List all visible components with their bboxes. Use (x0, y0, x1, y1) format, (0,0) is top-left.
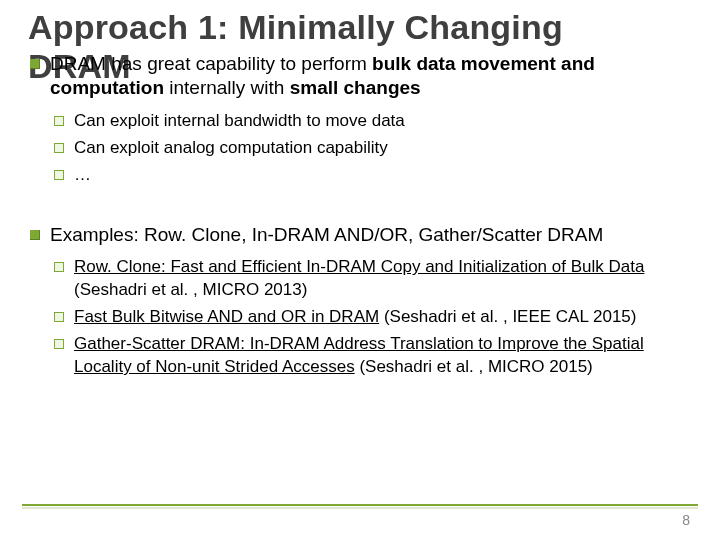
sub-2-2: Fast Bulk Bitwise AND and OR in DRAM (Se… (50, 306, 692, 329)
bullet-1-subs: Can exploit internal bandwidth to move d… (50, 110, 692, 187)
slide-body: DRAM has great capability to perform bul… (28, 52, 692, 379)
spacer (28, 199, 692, 223)
sub-2-2-tail: (Seshadri et al. , IEEE CAL 2015) (379, 307, 636, 326)
bullet-1-text-a: DRAM has great capability to perform (50, 53, 372, 74)
bullet-1-bold-2: small changes (290, 77, 421, 98)
sub-2-1-underline: Row. Clone: Fast and Efficient In-DRAM C… (74, 257, 644, 276)
sub-1-3: … (50, 164, 692, 187)
sub-1-2: Can exploit analog computation capabilit… (50, 137, 692, 160)
sub-2-3: Gather-Scatter DRAM: In-DRAM Address Tra… (50, 333, 692, 379)
page-number: 8 (682, 512, 690, 528)
sub-2-1-tail: (Seshadri et al. , MICRO 2013) (74, 280, 307, 299)
bullet-2: Examples: Row. Clone, In-DRAM AND/OR, Ga… (28, 223, 692, 247)
title-line-1: Approach 1: Minimally Changing (28, 8, 563, 46)
sub-1-1: Can exploit internal bandwidth to move d… (50, 110, 692, 133)
slide: Approach 1: Minimally Changing DRAM DRAM… (0, 0, 720, 540)
bullet-2-subs: Row. Clone: Fast and Efficient In-DRAM C… (50, 256, 692, 379)
bullet-1: DRAM has great capability to perform bul… (28, 52, 692, 100)
sub-2-1: Row. Clone: Fast and Efficient In-DRAM C… (50, 256, 692, 302)
footer-rule (22, 504, 698, 506)
sub-2-2-underline: Fast Bulk Bitwise AND and OR in DRAM (74, 307, 379, 326)
sub-2-3-tail: (Seshadri et al. , MICRO 2015) (355, 357, 593, 376)
bullet-2-text: Examples: Row. Clone, In-DRAM AND/OR, Ga… (50, 224, 603, 245)
bullet-1-text-b: internally with (164, 77, 290, 98)
